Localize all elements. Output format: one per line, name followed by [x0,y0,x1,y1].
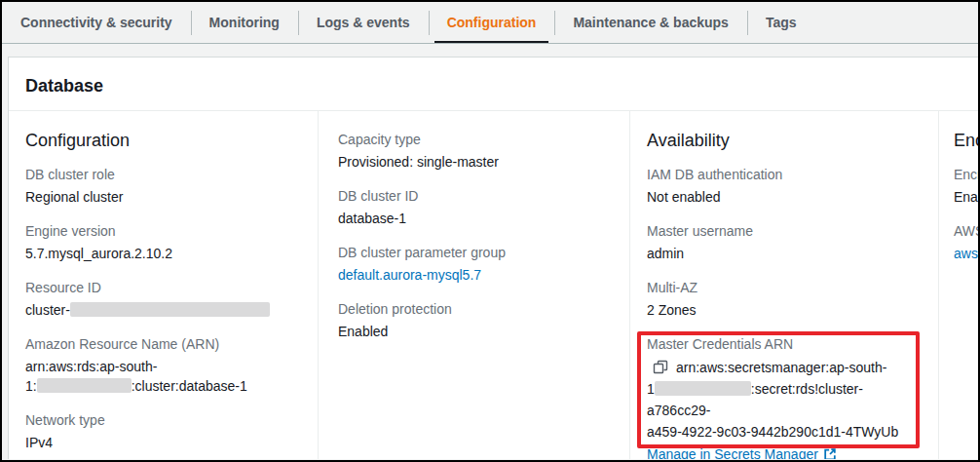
field-value: Not enabled [647,187,921,207]
field-resource-id: Resource ID cluster- [25,279,300,320]
section-heading-configuration: Configuration [25,131,300,150]
tab-monitoring[interactable]: Monitoring [191,2,298,43]
redacted-text [70,302,270,317]
section-heading-availability: Availability [647,131,921,150]
field-label: Resource ID [25,279,300,296]
field-master-credentials-arn: Master Credentials ARN arn:aws:secretsma… [647,335,921,459]
field-label: DB cluster ID [338,187,612,205]
section-heading-encryption: Encryption [954,131,961,150]
screenshot-frame: Connectivity & security Monitoring Logs … [0,0,980,462]
field-value: aws/rds [954,244,961,263]
field-label: Deletion protection [338,300,612,318]
master-credentials-arn-line-3: a459-4922-9c03-9442b290c1d1-4TWyUb [647,421,921,443]
field-engine-version: Engine version 5.7.mysql_aurora.2.10.2 [25,222,300,263]
arn-line-2: 1::cluster:database-1 [25,376,300,396]
manage-in-secrets-manager-link[interactable]: Manage in Secrets Manager [647,444,837,459]
tab-label: Maintenance & backups [573,15,729,30]
page-title: Database [25,75,959,96]
column-availability: Availability IAM DB authentication Not e… [629,111,938,459]
external-link-icon [823,446,837,459]
field-label: DB cluster role [25,166,300,183]
tab-tags[interactable]: Tags [747,2,815,43]
database-card-header: Database [9,58,978,111]
field-multi-az: Multi-AZ 2 Zones [647,279,921,320]
field-label: Capacity type [338,131,612,148]
database-card-body: Configuration DB cluster role Regional c… [9,111,978,459]
field-network-type: Network type IPv4 [25,411,300,452]
field-capacity-type: Capacity type Provisioned: single-master [338,131,612,172]
master-credentials-arn-line-1: arn:aws:secretsmanager:ap-south- [647,357,921,378]
column-capacity: Capacity type Provisioned: single-master… [318,111,629,459]
field-value: 2 Zones [647,300,921,320]
field-value: Enabled [338,322,612,341]
field-db-cluster-parameter-group: DB cluster parameter group default.auror… [338,244,612,285]
field-label: Engine version [25,222,300,240]
field-value: cluster- [25,300,300,320]
tab-label: Logs & events [317,15,410,30]
field-label: DB cluster parameter group [338,244,612,261]
field-value: Provisioned: single-master [338,152,612,172]
resource-id-prefix: cluster- [25,302,70,318]
tab-label: Tags [766,15,797,30]
field-db-cluster-role: DB cluster role Regional cluster [25,166,300,207]
kms-key-link[interactable]: aws/rds [954,246,978,261]
page-content: Database Configuration DB cluster role R… [2,44,978,459]
column-configuration: Configuration DB cluster role Regional c… [9,111,318,459]
tab-connectivity-security[interactable]: Connectivity & security [2,2,191,43]
field-value: IPv4 [25,433,300,452]
field-encryption: Encryption Enabled [954,166,961,207]
field-iam-db-authentication: IAM DB authentication Not enabled [647,166,921,207]
database-card: Database Configuration DB cluster role R… [8,57,978,459]
field-value: default.aurora-mysql5.7 [338,265,612,285]
parameter-group-link[interactable]: default.aurora-mysql5.7 [338,267,481,283]
field-label: Master Credentials ARN [647,335,921,353]
field-label: Encryption [954,166,961,183]
field-arn: Amazon Resource Name (ARN) arn:aws:rds:a… [25,335,300,396]
field-value: Regional cluster [25,187,300,207]
field-label: Master username [647,222,921,240]
field-db-cluster-id: DB cluster ID database-1 [338,187,612,228]
redacted-text [37,378,132,393]
field-value: Enabled [954,187,961,207]
field-master-username: Master username admin [647,222,921,263]
master-credentials-arn-line-2: 1:secret:rds!cluster-a786cc29- [647,378,921,421]
tab-maintenance-backups[interactable]: Maintenance & backups [554,2,747,43]
tab-label: Connectivity & security [20,15,172,30]
tab-label: Configuration [447,15,537,30]
field-label: IAM DB authentication [647,166,921,183]
column-encryption: Encryption Encryption Enabled AWS KMS ke… [938,111,978,459]
redacted-text [655,381,751,396]
field-value: arn:aws:rds:ap-south- 1::cluster:databas… [25,357,300,396]
tab-label: Monitoring [209,15,280,30]
field-label: Multi-AZ [647,279,921,296]
field-value: database-1 [338,209,612,228]
tab-configuration[interactable]: Configuration [429,2,555,43]
field-deletion-protection: Deletion protection Enabled [338,300,612,341]
tab-logs-events[interactable]: Logs & events [298,2,429,43]
tab-bar: Connectivity & security Monitoring Logs … [2,2,978,44]
arn-line-1: arn:aws:rds:ap-south- [25,357,300,376]
field-label: AWS KMS key [954,222,961,240]
field-label: Amazon Resource Name (ARN) [25,335,300,353]
field-aws-kms-key: AWS KMS key aws/rds [954,222,961,263]
field-value: admin [647,244,921,263]
field-value: 5.7.mysql_aurora.2.10.2 [25,244,300,263]
copy-icon[interactable] [653,360,668,375]
field-label: Network type [25,411,300,429]
